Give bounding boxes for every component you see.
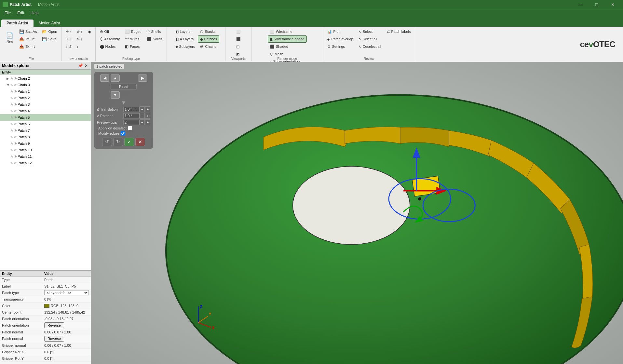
patch-normal-reverse-button[interactable]: Reverse <box>44 336 64 342</box>
wireframe-shaded-button[interactable]: ◧ Wireframe Shaded <box>268 35 307 43</box>
chain2-label[interactable]: Chain 2 <box>18 76 30 80</box>
view-btn-7[interactable]: ◉ <box>86 28 93 35</box>
maximize-button[interactable]: □ <box>589 0 604 9</box>
edges-button[interactable]: ⬜ Edges <box>123 28 143 35</box>
view-btn-2[interactable]: ✛ ↓ <box>63 35 74 43</box>
preview-input[interactable] <box>123 120 140 125</box>
confirm-button[interactable]: ✓ <box>124 138 134 146</box>
tree-item-patch5[interactable]: ✎ 👁 Patch 5 <box>0 114 91 121</box>
chains-button[interactable]: ⛓ Chains <box>198 43 219 50</box>
viewport-4[interactable]: ◩ <box>234 50 243 58</box>
export-button[interactable]: 📤 Ex...rt <box>17 43 39 50</box>
select-all-button[interactable]: ↖ Select all <box>356 35 384 43</box>
reset-button[interactable]: Reset <box>111 84 137 89</box>
open-button[interactable]: 📂 Open <box>40 28 59 35</box>
eye-icon[interactable]: 👁 <box>14 83 17 87</box>
plot-button[interactable]: 📊 Plot <box>325 28 355 35</box>
wireframe-button[interactable]: ⬜ Wireframe <box>268 28 307 35</box>
modify-edges-checkbox[interactable] <box>121 131 125 136</box>
new-button[interactable]: 📄 New <box>3 28 16 47</box>
expand-chain2[interactable]: ▶ <box>7 77 10 80</box>
redo-button[interactable]: ↻ <box>113 138 123 146</box>
menu-edit[interactable]: Edit <box>14 10 27 16</box>
alayers-button[interactable]: ◧ A Layers <box>173 35 197 43</box>
viewport-1[interactable]: ⬜ <box>234 28 243 35</box>
view-btn-4[interactable]: ⊕ ↑ <box>74 28 85 35</box>
3d-scene[interactable]: Z X Y <box>91 62 623 364</box>
tree-item-patch4[interactable]: ✎ 👁 Patch 4 <box>0 108 91 114</box>
deselect-all-button[interactable]: ↖ Deselect all <box>356 43 384 50</box>
mesh-button[interactable]: ⬡ Mesh <box>268 50 307 58</box>
menu-file[interactable]: File <box>1 10 14 16</box>
me-close-button[interactable]: ✕ <box>84 63 89 68</box>
patch-labels-button[interactable]: 🏷 Patch labels <box>384 28 413 35</box>
rotation-input[interactable] <box>123 113 140 118</box>
close-button[interactable]: ✕ <box>605 0 620 9</box>
save-button[interactable]: 💾 Save <box>40 35 59 43</box>
translation-plus-button[interactable]: + <box>145 106 150 112</box>
rotation-plus-button[interactable]: + <box>145 113 150 119</box>
eye-icon[interactable]: 👁 <box>14 90 17 93</box>
settings-button[interactable]: ⚙ Settings <box>325 43 355 50</box>
tab-patch-artist[interactable]: Patch Artist <box>1 20 34 27</box>
tree-item-chain3[interactable]: ▼ ✎ 👁 Chain 3 <box>0 82 91 88</box>
faces-button[interactable]: ◧ Faces <box>123 43 143 50</box>
select-button[interactable]: ↖ Select <box>356 28 384 35</box>
prop-patch-orient-reverse[interactable]: Reverse <box>42 322 91 329</box>
minimize-button[interactable]: — <box>573 0 588 9</box>
view-btn-1[interactable]: ✛ ↑ <box>63 28 74 35</box>
translation-minus-button[interactable]: − <box>140 106 145 112</box>
tree-item-patch7[interactable]: ✎ 👁 Patch 7 <box>0 127 91 134</box>
preview-plus-button[interactable]: + <box>145 119 150 125</box>
tree-item-patch11[interactable]: ✎ 👁 Patch 11 <box>0 153 91 160</box>
model-explorer-tree[interactable]: ▶ ✎ 👁 Chain 2 ▼ ✎ 👁 Chain 3 ✎ 👁 <box>0 75 91 270</box>
tree-item-patch2[interactable]: ✎ 👁 Patch 2 <box>0 95 91 101</box>
eye-icon[interactable]: 👁 <box>14 77 17 80</box>
wires-button[interactable]: 〰 Wires <box>123 35 143 43</box>
patch-overlap-button[interactable]: ◈ Patch overlap <box>325 35 355 43</box>
menu-help[interactable]: Help <box>27 10 42 16</box>
prop-color-value[interactable]: RGB: 128, 128, 0 <box>42 303 91 308</box>
off-button[interactable]: ⊘ Off <box>98 28 122 35</box>
saveas-button[interactable]: 💾 Sa...As <box>17 28 39 35</box>
patchtype-dropdown[interactable]: <Layer default> <box>44 290 89 295</box>
assembly-button[interactable]: ⬡ Assembly <box>98 35 122 43</box>
patches-button[interactable]: ◆ Patches <box>198 35 219 43</box>
chain3-label[interactable]: Chain 3 <box>18 83 30 87</box>
sublayers-button[interactable]: ◆ Sublayers <box>173 43 197 50</box>
tab-motion-artist[interactable]: Motion Artist <box>34 20 65 27</box>
tree-item-patch8[interactable]: ✎ 👁 Patch 8 <box>0 134 91 140</box>
viewport-2[interactable]: ⬛ <box>234 35 243 43</box>
layers-button[interactable]: ◧ Layers <box>173 28 197 35</box>
patch1-label[interactable]: Patch 1 <box>18 89 30 93</box>
prop-patch-normal-reverse[interactable]: Reverse <box>42 335 91 342</box>
expand-chain3[interactable]: ▼ <box>7 83 10 87</box>
me-pin-button[interactable]: 📌 <box>78 63 83 68</box>
tree-item-patch3[interactable]: ✎ 👁 Patch 3 <box>0 101 91 108</box>
tree-item-patch6[interactable]: ✎ 👁 Patch 6 <box>0 121 91 127</box>
view-btn-3[interactable]: ↕ ↺ <box>63 43 74 50</box>
viewport-3d[interactable]: 1 patch selected ◀ ▲ Reset ▼ ▶ ▼ <box>91 62 623 364</box>
nav-right-button[interactable]: ▶ <box>138 74 147 82</box>
apply-on-deselect-checkbox[interactable] <box>128 126 132 130</box>
tree-item-patch10[interactable]: ✎ 👁 Patch 10 <box>0 147 91 153</box>
view-btn-5[interactable]: ⊕ ↓ <box>74 35 85 43</box>
tree-item-patch12[interactable]: ✎ 👁 Patch 12 <box>0 160 91 166</box>
stacks-button[interactable]: ⬡ Stacks <box>198 28 219 35</box>
import-button[interactable]: 📥 Im...rt <box>17 35 39 43</box>
translation-input[interactable] <box>123 107 140 112</box>
view-btn-6[interactable]: ↕ <box>74 43 85 50</box>
nodes-button[interactable]: ⬤ Nodes <box>98 43 122 50</box>
rotation-minus-button[interactable]: − <box>140 113 145 119</box>
tree-item-patch1[interactable]: ✎ 👁 Patch 1 <box>0 88 91 95</box>
tree-item-patch9[interactable]: ✎ 👁 Patch 9 <box>0 140 91 147</box>
preview-minus-button[interactable]: − <box>140 119 145 125</box>
prop-label-value[interactable]: S1_L2_SL1_C3_P5 <box>42 284 91 289</box>
nav-down-button[interactable]: ▼ <box>111 91 120 99</box>
nav-left-button[interactable]: ◀ <box>100 74 109 82</box>
shells-button[interactable]: ◌ Shells <box>144 28 165 35</box>
viewport-3[interactable]: ◫ <box>234 43 243 50</box>
undo-button[interactable]: ↺ <box>102 138 112 146</box>
nav-up-button[interactable]: ▲ <box>111 74 120 82</box>
cancel-button[interactable]: ✕ <box>135 138 145 146</box>
